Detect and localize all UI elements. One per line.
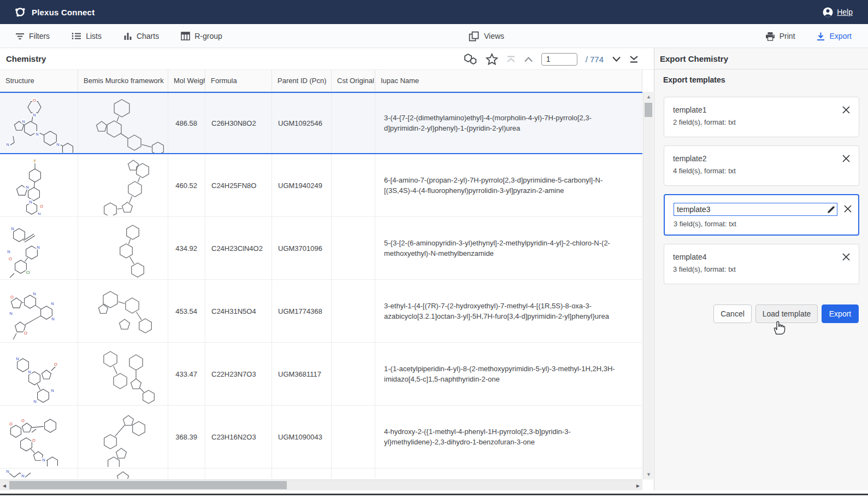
svg-text:N: N (51, 388, 54, 393)
svg-text:N: N (51, 317, 54, 321)
table-row-partial[interactable]: NN (0, 468, 642, 479)
views-label: Views (484, 32, 504, 40)
cell-parent-id: UGM1940249 (272, 154, 332, 216)
charts-label: Charts (137, 32, 159, 40)
favorite-star-icon[interactable] (486, 53, 498, 65)
go-first-icon[interactable] (506, 56, 516, 63)
scroll-up-arrow[interactable]: ▲ (643, 92, 654, 101)
column-header-formula[interactable]: Formula (205, 70, 272, 91)
vertical-scroll-thumb[interactable] (645, 103, 652, 117)
cell-mol-weight: 460.52 (168, 154, 205, 216)
filters-button[interactable]: Filters (15, 32, 50, 40)
charts-button[interactable]: Charts (123, 32, 159, 40)
cell-structure: ONNNNN (0, 93, 78, 153)
framework-drawing (79, 281, 167, 341)
cell-mol-weight: 434.92 (168, 217, 205, 279)
template-card-template2[interactable]: template24 field(s), format: txt (664, 145, 859, 186)
cell-parent-id (272, 468, 332, 479)
views-button[interactable]: Views (469, 24, 504, 48)
cell-formula: C26H30N8O2 (205, 93, 272, 153)
svg-text:N: N (9, 311, 12, 316)
panel-divider (654, 69, 868, 69)
cell-bemis-murcko-framework (78, 154, 168, 216)
structure-drawing: FNNON (3, 156, 74, 215)
scroll-down-arrow[interactable]: ▼ (643, 470, 654, 479)
table-row[interactable]: NNONN433.47C22H23N7O3UGM36811171-(1-acet… (0, 343, 642, 406)
svg-text:O: O (10, 295, 14, 300)
column-header-row: StructureBemis Murcko frameworkMol Weigh… (0, 70, 642, 92)
export-button-toolbar[interactable]: Export (816, 32, 852, 41)
template-name-input[interactable] (674, 203, 837, 216)
structure-drawing: OOONN (3, 407, 74, 466)
cell-formula: C24H25FN8O (205, 154, 272, 216)
cancel-button[interactable]: Cancel (713, 304, 752, 323)
cell-cst-original (332, 280, 375, 342)
load-template-button[interactable]: Load template (755, 304, 818, 323)
cell-bemis-murcko-framework (78, 343, 168, 405)
template-card-template4[interactable]: template43 field(s), format: txt (664, 244, 859, 284)
cell-cst-original (332, 154, 375, 216)
cell-structure: NNONN (0, 343, 78, 405)
cell-mol-weight: 368.39 (168, 406, 205, 468)
lists-button[interactable]: Lists (72, 32, 102, 40)
structure-search-icon[interactable] (463, 53, 477, 65)
column-header-iupac-name[interactable]: Iupac Name (375, 70, 642, 91)
brand: Plexus Connect (14, 6, 95, 18)
vertical-scrollbar[interactable]: ▲ ▼ (643, 92, 653, 479)
export-templates-heading: Export templates (663, 75, 725, 84)
cell-structure: NNClON (0, 217, 78, 279)
delete-template-icon[interactable] (841, 105, 851, 115)
delete-template-icon[interactable] (841, 252, 851, 262)
template-card-template3[interactable]: 3 field(s), format: txt (664, 194, 859, 236)
svg-text:N: N (26, 185, 28, 190)
template-details: 3 field(s), format: txt (673, 265, 850, 273)
help-button[interactable]: Help (823, 7, 853, 17)
table-row[interactable]: NNClON434.92C24H23ClN4O2UGM37010965-{3-[… (0, 217, 642, 280)
go-last-icon[interactable] (629, 56, 639, 63)
structure-drawing: NN (3, 468, 74, 479)
table-row[interactable]: FNNON460.52C24H25FN8OUGM19402496-[4-amin… (0, 154, 642, 217)
column-header-bemis-murcko-framework[interactable]: Bemis Murcko framework (78, 70, 168, 91)
svg-text:N: N (33, 113, 36, 118)
svg-text:O: O (54, 362, 57, 367)
svg-text:N: N (38, 212, 40, 215)
column-header-mol-weigh[interactable]: Mol Weigh (168, 70, 205, 91)
column-header-cst-original[interactable]: Cst Original (332, 70, 375, 91)
table-row[interactable]: OOONN368.39C23H16N2O3UGM10900434-hydroxy… (0, 406, 642, 468)
framework-drawing (79, 344, 167, 404)
template-details: 2 field(s), format: txt (673, 118, 850, 126)
structure-drawing: ONNONN (3, 282, 74, 341)
next-page-icon[interactable] (612, 56, 621, 62)
edit-pencil-icon[interactable] (826, 204, 836, 214)
table-row[interactable]: ONNNNN486.58C26H30N8O2UGM10925463-(4-{7-… (0, 92, 642, 154)
export-button[interactable]: Export (822, 304, 859, 323)
cell-structure: NN (0, 468, 78, 479)
cell-parent-id: UGM3701096 (272, 217, 332, 279)
svg-text:N: N (21, 473, 24, 478)
print-button[interactable]: Print (765, 32, 795, 41)
grid-header: Chemistry (0, 48, 654, 70)
cell-cst-original (332, 93, 375, 153)
rgroup-button[interactable]: R-group (181, 32, 222, 40)
svg-text:O: O (24, 331, 27, 336)
bar-chart-icon (123, 32, 132, 40)
export-panel: Export Chemistry Export templates templa… (654, 48, 868, 490)
scroll-left-arrow[interactable]: ◄ (0, 480, 9, 491)
horizontal-scrollbar[interactable]: ◄ ► (0, 479, 642, 490)
cell-mol-weight: 486.58 (168, 93, 205, 153)
column-header-structure[interactable]: Structure (0, 70, 78, 91)
cell-iupac-name: 1-(1-acetylpiperidin-4-yl)-8-(2-methoxyp… (375, 343, 642, 405)
svg-text:N: N (6, 142, 9, 147)
svg-text:N: N (22, 119, 25, 124)
delete-template-icon[interactable] (843, 204, 853, 214)
scroll-right-arrow[interactable]: ► (634, 480, 642, 491)
toolbar-left: Filters Lists Charts (15, 32, 222, 40)
delete-template-icon[interactable] (841, 154, 851, 163)
column-header-parent-id-pcn-[interactable]: Parent ID (Pcn) (272, 70, 332, 91)
template-card-template1[interactable]: template12 field(s), format: txt (664, 97, 859, 137)
help-label: Help (837, 8, 853, 16)
horizontal-scroll-thumb[interactable] (9, 481, 287, 489)
page-input[interactable] (541, 53, 577, 66)
previous-page-icon[interactable] (524, 56, 533, 62)
table-row[interactable]: ONNONN453.54C24H31N5O4UGM17743683-ethyl-… (0, 280, 642, 343)
